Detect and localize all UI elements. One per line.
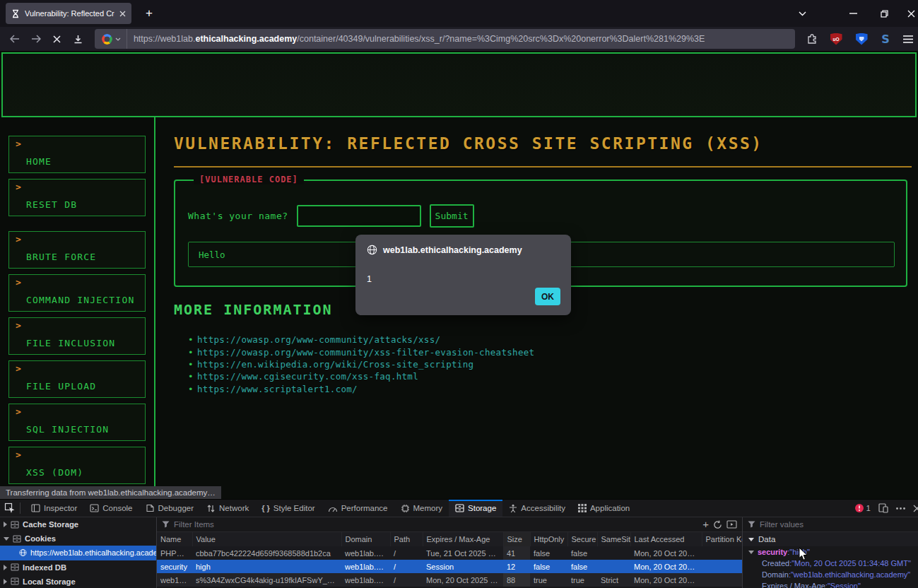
s-extension-icon[interactable]: S <box>876 29 895 49</box>
sidebar-item-file-upload[interactable]: >FILE UPLOAD <box>8 360 146 398</box>
twisty-icon[interactable] <box>4 579 7 584</box>
tab-performance[interactable]: Performance <box>322 500 394 517</box>
twisty-icon[interactable] <box>4 565 7 570</box>
restore-window-button[interactable] <box>872 0 896 27</box>
table-row[interactable]: PHPSESSIDcbba77bc422224d659f9368588d1b2c… <box>157 546 742 560</box>
tab-debugger[interactable]: Debugger <box>139 500 201 517</box>
tree-item-cookies[interactable]: Cookies <box>0 531 156 546</box>
tab-bar: Vulnerability: Reflected Cross Si + <box>0 0 918 27</box>
cookie-data-pane: Data security:"high" Created:"Mon, 20 Oc… <box>743 517 918 588</box>
sidebar-item-home[interactable]: >HOME <box>8 136 146 173</box>
title-rule <box>174 166 912 167</box>
responsive-mode-icon[interactable] <box>878 503 888 513</box>
url-bar[interactable]: https://web1lab.ethicalhacking.academy/c… <box>95 29 795 49</box>
twisty-icon[interactable] <box>4 522 7 527</box>
prompt-icon: > <box>16 406 21 417</box>
table-row[interactable]: web1.sids%3A4ZwxCG4k4akig-u19fkIAFSwY_uf… <box>157 573 742 587</box>
tab-style-editor[interactable]: { } Style Editor <box>255 500 321 517</box>
filter-values-input[interactable] <box>760 520 913 529</box>
close-window-button[interactable] <box>899 0 918 27</box>
sidebar-item-file-inclusion[interactable]: >FILE INCLUSION <box>8 317 146 355</box>
list-item: •https://www.cgisecurity.com/xss-faq.htm… <box>188 370 534 382</box>
stop-loading-button[interactable] <box>47 29 68 49</box>
prompt-icon: > <box>16 277 21 288</box>
sidebar-item-reset-db[interactable]: >RESET DB <box>8 179 146 216</box>
chevron-down-icon <box>115 37 121 41</box>
funnel-icon <box>162 521 170 528</box>
tab-accessibility[interactable]: Accessibility <box>502 500 572 517</box>
twisty-icon[interactable] <box>748 538 754 541</box>
network-arrows-icon <box>206 504 216 513</box>
alert-ok-button[interactable]: OK <box>535 288 560 305</box>
meatball-menu-icon[interactable] <box>896 507 905 510</box>
prompt-icon: > <box>16 449 21 460</box>
downloads-button[interactable] <box>68 29 89 49</box>
js-alert-dialog: web1lab.ethicalhacking.academy 1 OK <box>355 235 571 315</box>
ublock-origin-icon[interactable]: uO <box>826 29 846 49</box>
twisty-icon[interactable] <box>748 551 754 554</box>
reference-link[interactable]: https://www.scriptalert1.com/ <box>197 384 358 394</box>
refresh-items-button[interactable] <box>713 520 722 529</box>
tab-title: Vulnerability: Reflected Cross Si <box>25 9 114 18</box>
console-icon <box>90 504 99 512</box>
close-devtools-icon[interactable] <box>913 505 918 512</box>
sidebar-item-xss-dom[interactable]: >XSS (DOM) <box>8 447 146 484</box>
minimize-button[interactable] <box>841 0 865 27</box>
twisty-icon[interactable] <box>4 537 9 541</box>
tree-item-indexed-db[interactable]: Indexed DB <box>0 560 156 575</box>
tree-item-cookie-host[interactable]: https://web1lab.ethicalhacking.academy <box>0 546 156 560</box>
pick-element-icon[interactable] <box>4 502 16 514</box>
devtools-toolbar: Inspector Console Debugger Network { } S… <box>0 500 918 517</box>
name-input[interactable] <box>297 205 421 227</box>
debugger-icon <box>146 504 155 512</box>
tab-memory[interactable]: Memory <box>394 500 449 517</box>
list-all-tabs-chevron-icon[interactable] <box>790 0 814 27</box>
bitwarden-icon[interactable] <box>852 29 871 49</box>
tab-application[interactable]: Application <box>572 500 636 517</box>
cookie-entry[interactable]: security:"high" <box>743 546 918 558</box>
browser-tab[interactable]: Vulnerability: Reflected Cross Si <box>6 3 131 24</box>
braces-icon: { } <box>261 504 270 512</box>
reference-link[interactable]: https://owasp.org/www-community/attacks/… <box>197 334 440 345</box>
sidebar-toggle-icon[interactable] <box>726 520 737 529</box>
url-text: https://web1lab.ethicalhacking.academy/c… <box>127 34 705 44</box>
tab-network[interactable]: Network <box>200 500 255 517</box>
submit-button[interactable]: Submit <box>430 204 474 228</box>
list-item: •https://owasp.org/www-community/attacks… <box>188 334 534 346</box>
bullet-icon: • <box>188 359 197 370</box>
table-row-selected[interactable]: securityhigh web1lab.ethic…/ Session12 f… <box>157 560 742 573</box>
tab-storage[interactable]: Storage <box>449 500 502 517</box>
sidebar-item-command-injection[interactable]: >COMMAND INJECTION <box>8 274 146 312</box>
new-tab-button[interactable]: + <box>140 5 158 22</box>
menu-hamburger-icon[interactable] <box>898 29 918 49</box>
add-item-button[interactable]: + <box>702 519 709 529</box>
storage-drawer-icon <box>11 563 19 571</box>
reference-link[interactable]: https://www.cgisecurity.com/xss-faq.html <box>197 371 418 382</box>
tab-inspector[interactable]: Inspector <box>25 500 83 517</box>
prompt-icon: > <box>16 234 21 245</box>
cookie-detail: Domain:"web1lab.ethicalhacking.academy" <box>743 569 918 580</box>
extensions-puzzle-icon[interactable] <box>802 29 822 49</box>
tree-item-cache-storage[interactable]: Cache Storage <box>0 517 156 531</box>
filter-items-input[interactable] <box>174 520 698 529</box>
error-badge[interactable]: 1 <box>855 504 871 512</box>
table-header-row[interactable]: NameValue DomainPath Expires / Max-AgeSi… <box>157 532 742 546</box>
reference-link[interactable]: https://en.wikipedia.org/wiki/Cross-site… <box>197 359 473 370</box>
sidebar-item-brute-force[interactable]: >BRUTE FORCE <box>8 231 146 269</box>
search-engine-selector[interactable] <box>95 29 127 49</box>
tab-console[interactable]: Console <box>83 500 139 517</box>
tree-item-local-storage[interactable]: Local Storage <box>0 575 156 588</box>
devtools-panel: Inspector Console Debugger Network { } S… <box>0 499 918 588</box>
forward-button[interactable] <box>25 29 47 49</box>
accessibility-person-icon <box>509 504 517 513</box>
google-search-icon <box>102 34 112 45</box>
sidebar-item-sql-injection[interactable]: >SQL INJECTION <box>8 404 146 441</box>
data-section-header[interactable]: Data <box>743 532 918 546</box>
bullet-icon: • <box>188 347 197 358</box>
greeting-text: Hello <box>199 249 225 260</box>
tab-close-icon[interactable] <box>119 11 126 17</box>
status-bar: Transferring data from web1lab.ethicalha… <box>0 486 221 499</box>
back-button[interactable] <box>4 29 25 49</box>
alert-message: 1 <box>367 274 372 284</box>
reference-link[interactable]: https://owasp.org/www-community/xss-filt… <box>197 347 534 358</box>
